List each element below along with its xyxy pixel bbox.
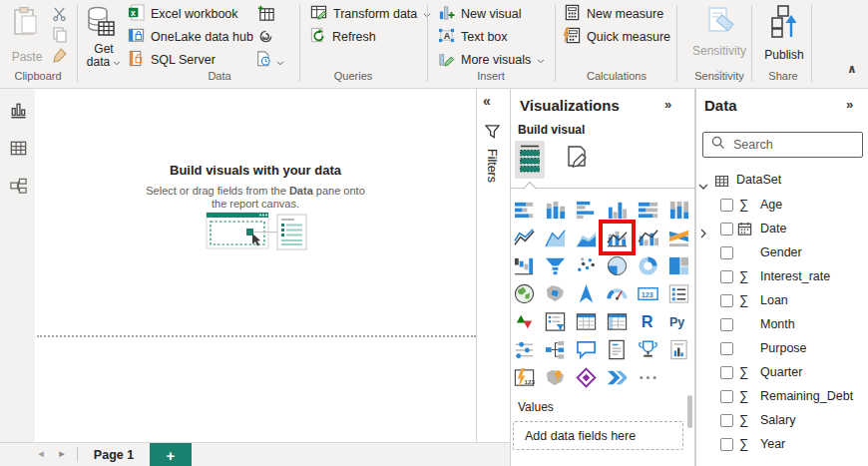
expand-filters-icon[interactable]: « bbox=[483, 93, 491, 109]
field-checkbox[interactable] bbox=[720, 294, 733, 307]
field-row-loan[interactable]: ∑Loan bbox=[696, 289, 868, 313]
expand-icon[interactable] bbox=[700, 225, 707, 242]
power-automate-visual-icon[interactable] bbox=[602, 363, 633, 391]
publish-button[interactable]: Publish bbox=[758, 48, 810, 62]
ribbon-chart-icon[interactable] bbox=[663, 224, 694, 251]
decomposition-tree-icon[interactable] bbox=[540, 335, 571, 363]
funnel-chart-icon[interactable] bbox=[540, 251, 571, 279]
r-script-visual-icon[interactable]: R bbox=[633, 307, 663, 335]
collapse-data-pane-icon[interactable]: » bbox=[846, 97, 853, 112]
values-field-well[interactable]: Add data fields here bbox=[513, 421, 683, 450]
field-checkbox[interactable] bbox=[720, 246, 733, 259]
chevron-down-icon[interactable] bbox=[698, 177, 708, 195]
field-row-salary[interactable]: ∑Salary bbox=[696, 409, 868, 433]
field-row-age[interactable]: ∑Age bbox=[696, 194, 868, 218]
python-visual-icon[interactable]: Py bbox=[663, 307, 694, 335]
paste-icon[interactable] bbox=[12, 6, 38, 40]
field-row-year[interactable]: ∑Year bbox=[696, 433, 868, 457]
collapse-ribbon-icon[interactable]: ∧ bbox=[847, 62, 857, 76]
get-data-button[interactable]: Get bbox=[82, 42, 126, 56]
field-row-interest_rate[interactable]: ∑Interest_rate bbox=[696, 265, 868, 289]
field-row-quarter[interactable]: ∑Quarter bbox=[696, 361, 868, 385]
stacked-area-chart-icon[interactable] bbox=[571, 224, 602, 251]
100-stacked-bar-chart-icon[interactable] bbox=[633, 196, 663, 224]
sql-server-button[interactable]: SQL Server bbox=[128, 51, 216, 69]
refresh-button[interactable]: Refresh bbox=[310, 28, 376, 46]
viz-pane-scrollbar-thumb[interactable] bbox=[687, 395, 692, 428]
donut-chart-icon[interactable] bbox=[633, 251, 663, 279]
arcgis-map-visual-icon[interactable] bbox=[540, 363, 571, 391]
area-chart-icon[interactable] bbox=[540, 224, 571, 251]
field-checkbox[interactable] bbox=[720, 414, 733, 427]
smart-narrative-icon[interactable] bbox=[602, 335, 633, 363]
report-view-icon[interactable] bbox=[8, 100, 28, 120]
copy-icon[interactable] bbox=[53, 27, 67, 47]
next-page-icon[interactable]: ▸ bbox=[55, 447, 69, 460]
field-checkbox[interactable] bbox=[720, 223, 733, 235]
field-checkbox[interactable] bbox=[720, 438, 733, 451]
previous-page-icon[interactable]: ◂ bbox=[34, 447, 48, 460]
waterfall-chart-icon[interactable] bbox=[509, 251, 540, 279]
matrix-icon[interactable] bbox=[602, 307, 633, 335]
dataset-tree-node[interactable]: DataSet bbox=[697, 171, 867, 193]
cut-icon[interactable] bbox=[52, 6, 67, 26]
excel-workbook-button[interactable]: x Excel workbook bbox=[128, 5, 238, 23]
azure-map-icon[interactable] bbox=[571, 279, 602, 307]
recent-sources-button[interactable] bbox=[255, 50, 284, 72]
field-row-gender[interactable]: Gender bbox=[696, 241, 868, 265]
map-icon[interactable] bbox=[509, 279, 540, 307]
paste-button[interactable]: Paste bbox=[4, 50, 50, 64]
line-and-clustered-column-chart-icon[interactable] bbox=[633, 224, 663, 251]
model-view-icon[interactable] bbox=[8, 176, 28, 196]
collapse-visualizations-icon[interactable]: » bbox=[664, 97, 671, 112]
multi-row-card-icon[interactable] bbox=[663, 279, 694, 307]
format-painter-icon[interactable] bbox=[51, 47, 68, 68]
quick-measure-button[interactable]: Quick measure bbox=[563, 28, 670, 46]
field-row-remaining_debt[interactable]: ∑Remaining_Debt bbox=[696, 385, 868, 409]
scatter-chart-icon[interactable] bbox=[571, 251, 602, 279]
lightning-123-visual-icon[interactable]: 123 bbox=[509, 363, 540, 391]
100-stacked-column-chart-icon[interactable] bbox=[663, 196, 694, 224]
stacked-bar-chart-icon[interactable] bbox=[509, 196, 540, 224]
slicer-icon[interactable] bbox=[540, 307, 571, 335]
line-and-stacked-column-chart-icon[interactable] bbox=[602, 224, 633, 251]
field-row-month[interactable]: Month bbox=[696, 313, 868, 337]
get-data-button-line2[interactable]: data bbox=[82, 55, 126, 69]
new-visual-button[interactable]: New visual bbox=[438, 5, 521, 23]
paginated-report-icon[interactable] bbox=[663, 335, 694, 363]
field-checkbox[interactable] bbox=[720, 199, 733, 212]
field-row-date[interactable]: Date bbox=[696, 218, 868, 241]
metrics-icon[interactable] bbox=[633, 335, 663, 363]
card-icon[interactable]: 123 bbox=[633, 279, 663, 307]
filters-pane-title[interactable]: Filters bbox=[485, 149, 499, 183]
treemap-icon[interactable] bbox=[663, 251, 694, 279]
add-page-button[interactable]: + bbox=[150, 443, 192, 466]
page-tab[interactable]: Page 1 bbox=[82, 443, 146, 466]
key-influencers-icon[interactable] bbox=[509, 335, 540, 363]
onelake-data-hub-button[interactable]: OneLake data hub bbox=[128, 28, 267, 46]
qa-visual-icon[interactable] bbox=[571, 335, 602, 363]
field-checkbox[interactable] bbox=[720, 318, 733, 331]
field-checkbox[interactable] bbox=[720, 366, 733, 379]
field-checkbox[interactable] bbox=[720, 342, 733, 355]
table-view-icon[interactable] bbox=[8, 138, 28, 158]
more-visuals-button[interactable]: More visuals bbox=[438, 51, 545, 69]
field-checkbox[interactable] bbox=[720, 270, 733, 283]
clustered-bar-chart-icon[interactable] bbox=[571, 196, 602, 224]
text-box-button[interactable]: A Text box bbox=[438, 28, 508, 46]
enter-data-icon[interactable] bbox=[257, 5, 275, 27]
new-measure-button[interactable]: New measure bbox=[564, 5, 663, 23]
dataverse-icon[interactable] bbox=[258, 29, 273, 48]
transform-data-button[interactable]: Transform data bbox=[310, 5, 431, 23]
pie-chart-icon[interactable] bbox=[602, 251, 633, 279]
filter-funnel-icon[interactable] bbox=[485, 125, 500, 143]
stacked-column-chart-icon[interactable] bbox=[540, 196, 571, 224]
gauge-icon[interactable] bbox=[602, 279, 633, 307]
format-visual-tab[interactable] bbox=[561, 143, 593, 177]
get-data-icon[interactable] bbox=[86, 5, 116, 45]
line-chart-icon[interactable] bbox=[509, 224, 540, 251]
build-visual-tab[interactable] bbox=[515, 141, 545, 179]
filled-map-icon[interactable] bbox=[540, 279, 571, 307]
more-visual-options-icon[interactable] bbox=[633, 363, 663, 391]
field-row-purpose[interactable]: Purpose bbox=[696, 337, 868, 361]
